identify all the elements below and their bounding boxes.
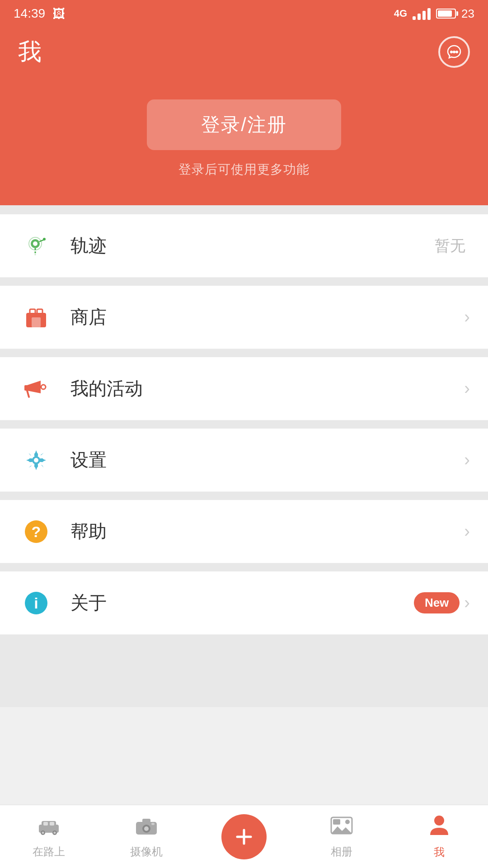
svg-point-2 xyxy=(455,51,458,53)
signal-icon xyxy=(413,7,431,20)
trajectory-label: 轨迹 xyxy=(70,233,435,258)
photo-nav-icon xyxy=(330,815,353,841)
menu-item-settings[interactable]: 设置 › xyxy=(0,429,488,492)
svg-rect-42 xyxy=(142,819,150,823)
about-chevron: › xyxy=(464,593,470,613)
svg-rect-34 xyxy=(50,822,54,826)
menu-item-trajectory[interactable]: 轨迹 暂无 xyxy=(0,214,488,278)
svg-rect-47 xyxy=(333,819,340,825)
separator-3 xyxy=(0,420,488,429)
svg-rect-11 xyxy=(32,317,41,327)
nav-item-road[interactable]: 在路上 xyxy=(0,815,98,859)
menu-item-help[interactable]: ? 帮助 › xyxy=(0,500,488,563)
camera-nav-icon xyxy=(135,815,158,841)
location-icon xyxy=(18,228,54,264)
app-header: 我 xyxy=(0,27,488,81)
status-time: 14:39 xyxy=(14,6,45,21)
help-label: 帮助 xyxy=(70,519,460,544)
bottom-spacer xyxy=(0,635,488,707)
svg-marker-48 xyxy=(331,826,352,834)
new-badge: New xyxy=(414,592,460,613)
nav-item-add[interactable] xyxy=(195,814,293,859)
megaphone-icon xyxy=(18,371,54,407)
svg-point-0 xyxy=(450,51,453,53)
svg-point-38 xyxy=(54,831,56,834)
trajectory-value: 暂无 xyxy=(435,236,465,256)
separator-5 xyxy=(0,563,488,571)
activities-chevron: › xyxy=(464,379,470,398)
album-label: 相册 xyxy=(331,844,352,859)
svg-point-50 xyxy=(434,816,444,826)
shop-icon xyxy=(18,299,54,335)
svg-text:?: ? xyxy=(32,523,41,540)
svg-point-18 xyxy=(34,458,38,462)
battery-level: 23 xyxy=(461,7,474,21)
nav-item-album[interactable]: 相册 xyxy=(293,815,390,859)
separator-2 xyxy=(0,349,488,357)
login-button[interactable]: 登录/注册 xyxy=(147,99,341,150)
separator-1 xyxy=(0,278,488,286)
login-hint: 登录后可使用更多功能 xyxy=(178,161,310,178)
menu-item-activities[interactable]: 我的活动 › xyxy=(0,357,488,420)
settings-chevron: › xyxy=(464,450,470,470)
menu-list: 轨迹 暂无 商店 › 我的活动 › xyxy=(0,214,488,635)
menu-item-about[interactable]: i 关于 New › xyxy=(0,571,488,635)
svg-point-4 xyxy=(33,241,38,246)
status-bar: 14:39 🖼 4G 23 xyxy=(0,0,488,27)
bottom-nav: 在路上 摄像机 xyxy=(0,805,488,868)
login-section: 登录/注册 登录后可使用更多功能 xyxy=(0,81,488,205)
menu-item-shop[interactable]: 商店 › xyxy=(0,286,488,349)
shop-chevron: › xyxy=(464,307,470,327)
svg-point-13 xyxy=(41,385,46,389)
section-separator-1 xyxy=(0,205,488,214)
svg-rect-33 xyxy=(43,822,48,826)
nav-item-me[interactable]: 我 xyxy=(390,814,488,859)
shop-label: 商店 xyxy=(70,305,460,330)
nav-item-camera[interactable]: 摄像机 xyxy=(98,815,195,859)
activities-label: 我的活动 xyxy=(70,376,460,401)
info-icon: i xyxy=(18,585,54,621)
photo-icon: 🖼 xyxy=(52,6,65,21)
gear-icon xyxy=(18,442,54,478)
help-chevron: › xyxy=(464,522,470,541)
person-nav-icon xyxy=(429,814,449,841)
page-title: 我 xyxy=(18,36,42,68)
question-icon: ? xyxy=(18,514,54,550)
battery-icon xyxy=(436,9,456,19)
svg-point-36 xyxy=(42,831,44,834)
svg-point-1 xyxy=(453,51,455,53)
chat-button[interactable] xyxy=(438,36,470,68)
svg-rect-43 xyxy=(151,823,155,825)
camera-label: 摄像机 xyxy=(130,844,163,859)
network-label: 4G xyxy=(394,8,407,19)
about-label: 关于 xyxy=(70,590,407,615)
car-icon xyxy=(37,815,61,841)
settings-label: 设置 xyxy=(70,448,460,472)
svg-point-7 xyxy=(43,238,46,241)
svg-point-49 xyxy=(345,820,350,824)
separator-4 xyxy=(0,492,488,500)
add-button[interactable] xyxy=(221,814,267,859)
svg-text:i: i xyxy=(34,594,38,612)
svg-point-41 xyxy=(144,826,149,831)
me-label: 我 xyxy=(434,845,445,859)
road-label: 在路上 xyxy=(33,844,65,859)
